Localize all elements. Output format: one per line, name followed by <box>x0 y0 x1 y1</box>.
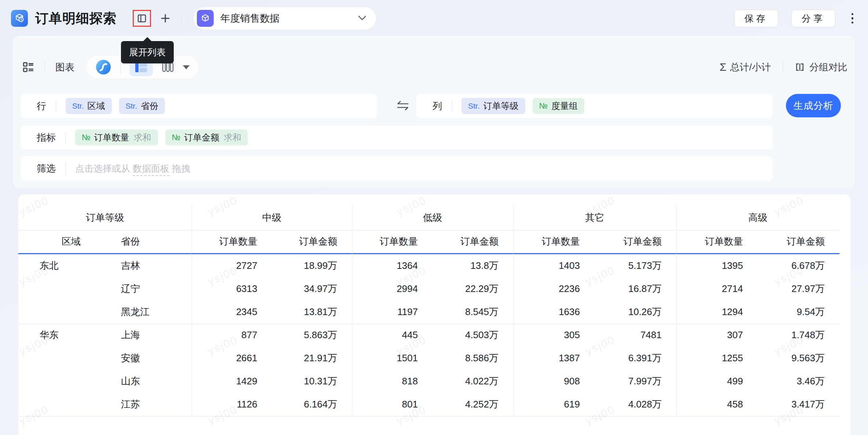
save-button[interactable]: 保存 <box>734 10 778 27</box>
pivot-table: 订单等级中级低级其它高级区域省份订单数量订单金额订单数量订单金额订单数量订单金额… <box>18 194 850 435</box>
value-cell: 6313 <box>192 277 272 300</box>
value-cell: 8.545万 <box>433 300 513 323</box>
value-cell: 9.563万 <box>758 347 839 370</box>
metrics-shelf[interactable]: 指标 № 订单数量 求和 № 订单金额 求和 <box>21 125 773 150</box>
value-cell: 1197 <box>352 300 433 323</box>
field-list-icon[interactable] <box>22 61 34 73</box>
value-cell: 2994 <box>352 277 433 300</box>
value-cell: 3.417万 <box>758 393 839 416</box>
value-cell: 4.022万 <box>433 370 513 393</box>
dataset-select-value: 年度销售数据 <box>220 12 351 25</box>
number-type-icon: № <box>539 101 548 111</box>
province-cell: 江苏 <box>99 393 192 416</box>
toolbar-right: Σ 总计/小计 分组对比 <box>720 61 847 74</box>
measure-header-cell: 订单金额 <box>433 230 513 253</box>
cols-shelf-label: 列 <box>433 100 442 113</box>
value-cell: 4.252万 <box>433 393 513 416</box>
metrics-shelf-label: 指标 <box>37 131 56 144</box>
rows-shelf[interactable]: 行 Str. 区域 Str. 省份 <box>21 94 377 118</box>
value-cell: 818 <box>352 370 433 393</box>
swap-rows-cols-icon[interactable] <box>396 100 410 112</box>
value-cell: 22.29万 <box>433 277 513 300</box>
page-title: 订单明细探索 <box>35 10 117 28</box>
table-grid-line <box>352 205 352 417</box>
chart-section-label: 图表 <box>55 61 74 74</box>
table-grid-line <box>513 205 514 417</box>
province-cell: 山东 <box>99 370 192 393</box>
value-cell: 27.97万 <box>758 277 839 300</box>
value-cell: 6.164万 <box>272 393 352 416</box>
value-cell: 1403 <box>513 254 595 277</box>
value-cell: 7481 <box>595 323 676 347</box>
filter-shelf[interactable]: 筛选 点击选择或从 数据面板 拖拽 <box>21 156 773 180</box>
value-cell: 2345 <box>192 300 272 323</box>
metric-chip-order-amount[interactable]: № 订单金额 求和 <box>165 129 248 146</box>
ai-assistant-icon[interactable] <box>95 59 111 75</box>
measure-header-cell: 订单金额 <box>758 230 839 253</box>
value-cell: 10.26万 <box>595 300 676 323</box>
field-chip-order-level[interactable]: Str. 订单等级 <box>461 98 525 114</box>
value-cell: 16.87万 <box>595 277 676 300</box>
dataset-select[interactable]: 年度销售数据 <box>193 7 376 30</box>
group-header-cell: 中级 <box>192 205 352 230</box>
region-header-cell: 区域 <box>18 230 99 253</box>
value-cell: 445 <box>352 323 433 347</box>
top-header: 订单明细探索 年度销售数据 <box>0 0 868 37</box>
value-cell: 5.863万 <box>272 323 352 347</box>
add-tab-button[interactable] <box>160 13 171 24</box>
value-cell: 4.028万 <box>595 393 676 416</box>
value-cell: 9.54万 <box>758 300 839 323</box>
value-cell: 13.8万 <box>433 254 513 277</box>
rows-shelf-label: 行 <box>37 100 46 113</box>
field-chip-measure-group[interactable]: № 度量组 <box>533 98 585 114</box>
generate-analysis-button[interactable]: 生成分析 <box>786 94 841 117</box>
value-cell: 1501 <box>352 347 433 370</box>
totals-subtotals-button[interactable]: 总计/小计 <box>730 61 771 74</box>
data-panel-link[interactable]: 数据面板 <box>133 163 169 176</box>
value-cell: 6.391万 <box>595 347 676 370</box>
toolbar-divider <box>45 61 45 73</box>
province-cell: 吉林 <box>99 254 192 277</box>
value-cell: 10.31万 <box>272 370 352 393</box>
cols-shelf[interactable]: 列 Str. 订单等级 № 度量组 <box>416 94 773 118</box>
value-cell: 499 <box>676 370 758 393</box>
region-cell: 东北 <box>18 254 99 277</box>
value-cell: 1294 <box>676 300 758 323</box>
string-type-icon: Str. <box>72 102 84 110</box>
value-cell: 1255 <box>676 347 758 370</box>
measure-header-cell: 订单金额 <box>595 230 676 253</box>
value-cell: 5.173万 <box>595 254 676 277</box>
group-header-cell: 其它 <box>513 205 676 230</box>
value-cell: 8.586万 <box>433 347 513 370</box>
app-logo-icon <box>11 10 28 27</box>
value-cell: 1387 <box>513 347 595 370</box>
expand-list-tooltip: 展开列表 <box>121 41 174 63</box>
group-compare-button[interactable]: 分组对比 <box>809 61 847 74</box>
group-header-cell: 低级 <box>352 205 513 230</box>
group-header-cell: 高级 <box>676 205 839 230</box>
value-cell: 34.97万 <box>272 277 352 300</box>
value-cell: 1126 <box>192 393 272 416</box>
toolbar-right-divider <box>783 61 783 73</box>
filter-placeholder[interactable]: 点击选择或从 数据面板 拖拽 <box>75 162 190 175</box>
value-cell: 4.503万 <box>433 323 513 347</box>
value-cell: 13.81万 <box>272 300 352 323</box>
value-cell: 1636 <box>513 300 595 323</box>
table-grid-line <box>18 416 839 417</box>
corner-header-cell: 订单等级 <box>18 205 192 230</box>
field-chip-region[interactable]: Str. 区域 <box>66 98 112 114</box>
expand-list-button[interactable] <box>136 13 147 24</box>
field-chip-province[interactable]: Str. 省份 <box>119 98 165 114</box>
more-chart-types-caret-icon[interactable] <box>183 65 190 69</box>
value-cell: 1364 <box>352 254 433 277</box>
value-cell: 458 <box>676 393 758 416</box>
number-type-icon: № <box>82 133 91 142</box>
metric-chip-order-count[interactable]: № 订单数量 求和 <box>75 129 158 146</box>
value-cell: 1.748万 <box>758 323 839 347</box>
value-cell: 619 <box>513 393 595 416</box>
measure-header-cell: 订单金额 <box>272 230 352 253</box>
group-compare-icon <box>795 62 805 72</box>
share-button[interactable]: 分享 <box>791 10 835 27</box>
more-menu-icon[interactable] <box>849 11 856 26</box>
value-cell: 21.91万 <box>272 347 352 370</box>
